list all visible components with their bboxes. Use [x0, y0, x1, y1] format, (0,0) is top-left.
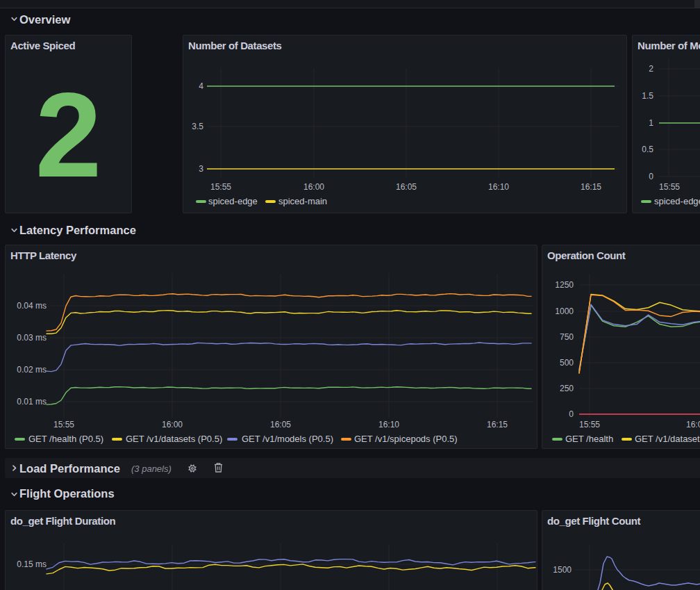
svg-text:750: 750: [560, 332, 574, 342]
svg-text:16:10: 16:10: [488, 182, 509, 192]
svg-text:16:00: 16:00: [686, 420, 700, 429]
svg-text:16:00: 16:00: [303, 182, 324, 192]
svg-text:16:15: 16:15: [581, 182, 601, 192]
svg-text:1.5: 1.5: [642, 91, 653, 101]
svg-text:1500: 1500: [553, 565, 572, 575]
svg-text:0.02 ms: 0.02 ms: [17, 365, 47, 375]
svg-text:GET /health (P0.5): GET /health (P0.5): [28, 434, 103, 444]
svg-text:GET /health: GET /health: [565, 434, 613, 444]
svg-text:16:00: 16:00: [162, 420, 183, 429]
svg-text:15:55: 15:55: [659, 182, 680, 192]
svg-text:15:55: 15:55: [53, 420, 74, 429]
svg-text:1250: 1250: [555, 280, 574, 290]
svg-text:0: 0: [569, 409, 574, 419]
svg-text:15:55: 15:55: [579, 420, 600, 429]
svg-text:GET /v1/spicepods (P0.5): GET /v1/spicepods (P0.5): [354, 434, 458, 444]
svg-text:16:10: 16:10: [378, 420, 399, 429]
svg-text:0: 0: [649, 172, 653, 181]
svg-text:spiced-edge: spiced-edge: [208, 196, 258, 206]
svg-text:1000: 1000: [555, 306, 574, 316]
svg-text:0.5: 0.5: [642, 145, 653, 154]
svg-text:spiced-main: spiced-main: [278, 196, 327, 206]
svg-text:0.15 ms: 0.15 ms: [17, 559, 47, 569]
svg-text:16:15: 16:15: [487, 420, 508, 429]
svg-text:15:55: 15:55: [210, 182, 231, 192]
svg-text:0.03 ms: 0.03 ms: [17, 333, 47, 343]
svg-text:spiced-edge: spiced-edge: [654, 196, 700, 206]
svg-text:4: 4: [199, 81, 203, 91]
svg-text:0.01 ms: 0.01 ms: [17, 397, 47, 407]
svg-text:500: 500: [560, 358, 574, 368]
svg-text:3: 3: [199, 164, 203, 174]
svg-text:3.5: 3.5: [192, 122, 203, 131]
svg-text:1: 1: [649, 118, 653, 128]
svg-text:GET /v1/datasets (P0.5): GET /v1/datasets (P0.5): [126, 434, 222, 444]
svg-text:16:05: 16:05: [270, 420, 291, 429]
svg-text:GET /v1/models (P0.5): GET /v1/models (P0.5): [242, 434, 333, 444]
svg-text:2: 2: [649, 64, 653, 74]
svg-text:GET /v1/datasets: GET /v1/datasets: [635, 434, 700, 444]
svg-text:16:05: 16:05: [396, 182, 417, 192]
svg-text:250: 250: [560, 384, 574, 393]
svg-text:0.04 ms: 0.04 ms: [17, 301, 47, 311]
